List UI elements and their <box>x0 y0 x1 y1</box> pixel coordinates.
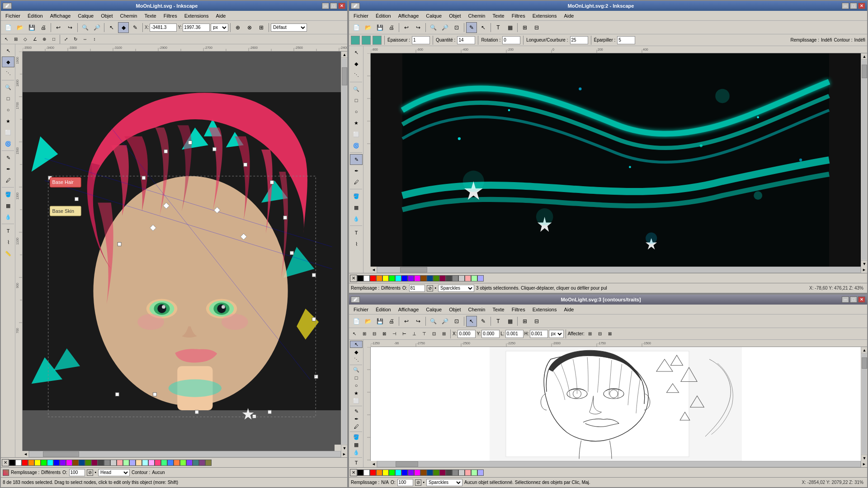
rb-color-lightblue[interactable] <box>477 469 484 476</box>
rb-tool-circle[interactable]: ○ <box>350 382 363 389</box>
rt-minimize-btn[interactable]: ─ <box>842 3 849 9</box>
rb-opacity-input[interactable] <box>397 479 413 486</box>
rb-mode2[interactable]: ⊞ <box>360 329 369 338</box>
rt-color-gray[interactable] <box>452 275 458 282</box>
rb-color-cyan[interactable] <box>395 469 401 476</box>
rt-tool-calligraphy[interactable]: 🖊 <box>350 177 363 188</box>
rt-tool-dropper[interactable]: 💧 <box>350 213 363 224</box>
rt-tool-node[interactable]: ◆ <box>350 58 363 69</box>
rb-mode4[interactable]: ⊠ <box>380 329 389 338</box>
rt-menu-objet[interactable]: Objet <box>446 12 463 19</box>
rt-color-red[interactable] <box>370 275 376 282</box>
node-btn[interactable]: ◆ <box>118 22 129 33</box>
rt-tool-spiral[interactable]: 🌀 <box>350 140 363 151</box>
rt-tool-rect[interactable]: □ <box>350 95 363 106</box>
scroll-thumb-v[interactable] <box>342 67 347 85</box>
rb-align4[interactable]: ⊤ <box>420 329 429 338</box>
rt-scroll-right-btn[interactable]: ► <box>861 267 867 273</box>
snap-node-btn[interactable]: ↖ <box>2 35 11 44</box>
menu-extensions[interactable]: Extensions <box>182 12 212 19</box>
rt-brush-dropdown[interactable]: Sparckles <box>438 285 474 292</box>
rb-x-input[interactable] <box>458 330 476 338</box>
color-black[interactable] <box>9 460 15 466</box>
tool-tweak[interactable]: ⋱ <box>2 68 14 79</box>
rb-h-input[interactable] <box>530 330 548 338</box>
eparpiller-input[interactable] <box>617 36 635 44</box>
rb-color-lightred[interactable] <box>465 469 471 476</box>
rb-color-darkblue[interactable] <box>427 469 433 476</box>
rt-no-color-btn[interactable]: ✕ <box>350 275 357 282</box>
rt-gradient-btn[interactable]: ▦ <box>505 22 515 33</box>
rt-color-black[interactable] <box>357 275 363 282</box>
color-lime[interactable] <box>180 460 186 466</box>
rb-color-green[interactable] <box>389 469 395 476</box>
rb-align2[interactable]: ⊢ <box>400 329 409 338</box>
new-btn[interactable]: 📄 <box>3 22 14 33</box>
x-input[interactable] <box>150 23 177 32</box>
rb-text-btn[interactable]: T <box>493 316 504 327</box>
rb-no-color-btn[interactable]: ✕ <box>350 469 357 476</box>
rb-tool-select[interactable]: ↖ <box>350 341 363 348</box>
rt-color-violet[interactable] <box>408 275 414 282</box>
rb-ungroup-btn[interactable]: ⊟ <box>531 316 542 327</box>
tool-rect[interactable]: □ <box>2 93 14 104</box>
rt-color-brown[interactable] <box>420 275 427 282</box>
rt-scroll-thumb-v[interactable] <box>862 65 867 78</box>
rb-open-btn[interactable]: 📂 <box>363 316 373 327</box>
rt-select-btn[interactable]: ↖ <box>478 22 489 33</box>
rb-tool-pen[interactable]: ✒ <box>350 415 363 422</box>
open-btn[interactable]: 📂 <box>14 22 25 33</box>
color-lightcyan[interactable] <box>142 460 148 466</box>
color-lightmagenta[interactable] <box>148 460 155 466</box>
color-cornblue[interactable] <box>167 460 174 466</box>
rb-color-red[interactable] <box>370 469 376 476</box>
rt-redo-btn[interactable]: ↪ <box>413 22 424 33</box>
epaisseur-input[interactable] <box>412 36 430 44</box>
rb-menu-aide[interactable]: Aide <box>561 306 576 313</box>
mode-green2[interactable] <box>362 36 371 45</box>
menu-texte[interactable]: Texte <box>142 12 159 19</box>
color-lightblue[interactable] <box>129 460 136 466</box>
left-canvas[interactable]: Base Hair Base Skin <box>23 52 341 451</box>
rb-zoom-in-btn[interactable]: 🔍 <box>428 316 439 327</box>
right-bottom-canvas[interactable] <box>371 347 861 461</box>
rb-menu-edition[interactable]: Édition <box>373 306 394 313</box>
rb-y-input[interactable] <box>481 330 500 338</box>
redo-btn[interactable]: ↪ <box>65 22 75 33</box>
tool-measure[interactable]: 📏 <box>2 248 14 259</box>
tool-spiral[interactable]: 🌀 <box>2 138 14 149</box>
color-red[interactable] <box>22 460 28 466</box>
rt-fill-icon[interactable]: ⊘ <box>427 285 433 291</box>
rb-tool-zoom[interactable]: 🔍 <box>350 366 363 374</box>
rotation-input[interactable] <box>502 36 520 44</box>
rb-mode3[interactable]: ⊟ <box>370 329 379 338</box>
rb-tool-text[interactable]: T <box>350 459 363 466</box>
rt-tool-text[interactable]: T <box>350 227 363 238</box>
rb-minimize-btn[interactable]: ─ <box>842 296 849 303</box>
rt-tool-select[interactable]: ↖ <box>350 47 363 58</box>
rt-ungroup-btn[interactable]: ⊟ <box>531 22 542 33</box>
rt-tool-pen[interactable]: ✒ <box>350 165 363 176</box>
rb-tool-pencil[interactable]: ✎ <box>350 408 363 415</box>
rt-menu-extensions[interactable]: Extensions <box>530 12 560 19</box>
rb-align6[interactable]: ⊞ <box>439 329 448 338</box>
scroll-right-btn[interactable]: ► <box>341 451 347 457</box>
rt-color-lightblue[interactable] <box>477 275 484 282</box>
color-coral[interactable] <box>174 460 180 466</box>
rb-color-magenta[interactable] <box>414 469 420 476</box>
rt-zoom-fit-btn[interactable]: ⊡ <box>451 22 462 33</box>
tool-bucket[interactable]: 🪣 <box>2 189 14 200</box>
rb-color-black[interactable] <box>357 469 363 476</box>
rb-color-white[interactable] <box>363 469 370 476</box>
rb-tool-3dbox[interactable]: ⬜ <box>350 397 363 404</box>
rb-menu-calque[interactable]: Calque <box>423 306 444 313</box>
color-mintgreen[interactable] <box>161 460 167 466</box>
rt-scrollbar-v[interactable]: ▲ ▼ <box>861 53 867 267</box>
rt-menu-texte[interactable]: Texte <box>490 12 507 19</box>
color-darkgreen[interactable] <box>85 460 91 466</box>
rb-mode1[interactable]: ↖ <box>350 329 359 338</box>
rt-zoom-out-btn[interactable]: 🔎 <box>439 22 450 33</box>
rb-color-orange[interactable] <box>376 469 382 476</box>
rt-group-btn[interactable]: ⊞ <box>519 22 530 33</box>
color-gray[interactable] <box>104 460 110 466</box>
